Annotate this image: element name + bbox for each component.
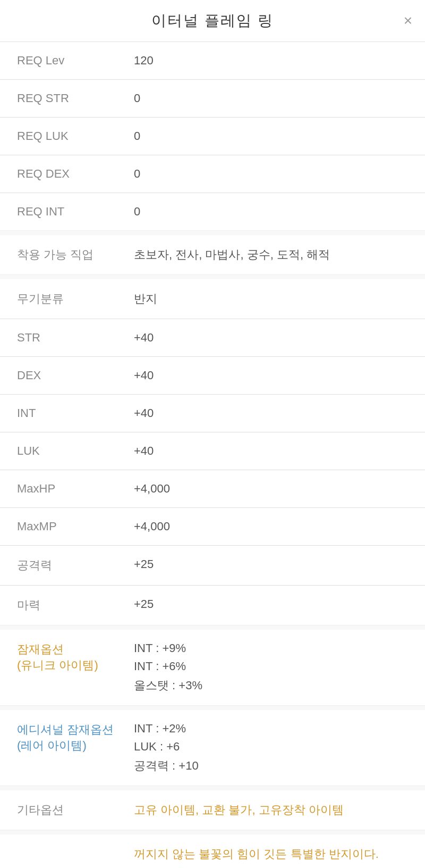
value-dex: +40 [134,369,408,382]
label-magic: 마력 [17,597,134,613]
value-additional-potential: INT : +2% LUK : +6 공격력 : +10 [134,722,408,774]
row-req-luk: REQ LUK 0 [0,118,425,155]
value-attack: +25 [134,557,408,571]
value-weapon-type: 반지 [134,291,408,307]
label-req-lev: REQ Lev [17,54,134,68]
row-int: INT +40 [0,395,425,432]
modal-title: 이터널 플레임 링 [151,11,274,31]
value-str: +40 [134,331,408,345]
row-maxmp: MaxMP +4,000 [0,508,425,546]
label-luk: LUK [17,444,134,458]
row-attack: 공격력 +25 [0,546,425,586]
additional-potential-value-1: INT : +2% [134,722,408,736]
row-potential: 잠재옵션 (유니크 아이템) INT : +9% INT : +6% 올스탯 :… [0,630,425,706]
value-req-dex: 0 [134,167,408,181]
label-other-options: 기타옵션 [17,802,134,818]
close-button[interactable]: × [404,13,412,28]
row-req-str: REQ STR 0 [0,80,425,118]
additional-potential-value-3: 공격력 : +10 [134,758,408,774]
row-req-lev: REQ Lev 120 [0,42,425,80]
row-dex: DEX +40 [0,357,425,395]
value-luk: +40 [134,444,408,458]
modal-header: 이터널 플레임 링 × [0,0,425,42]
value-int: +40 [134,406,408,420]
label-weapon-type: 무기분류 [17,291,134,307]
row-req-dex: REQ DEX 0 [0,155,425,193]
value-job: 초보자, 전사, 마법사, 궁수, 도적, 해적 [134,247,408,263]
label-req-dex: REQ DEX [17,167,134,181]
potential-value-1: INT : +9% [134,641,408,655]
label-dex: DEX [17,369,134,382]
modal-container: 이터널 플레임 링 × REQ Lev 120 REQ STR 0 REQ LU… [0,0,425,868]
potential-value-2: INT : +6% [134,660,408,673]
row-maxhp: MaxHP +4,000 [0,470,425,508]
row-job: 착용 가능 직업 초보자, 전사, 마법사, 궁수, 도적, 해적 [0,235,425,275]
value-maxmp: +4,000 [134,520,408,533]
modal-content: REQ Lev 120 REQ STR 0 REQ LUK 0 REQ DEX … [0,42,425,868]
row-additional-potential: 에디셔널 잠재옵션 (레어 아이템) INT : +2% LUK : +6 공격… [0,710,425,786]
value-req-int: 0 [134,205,408,219]
label-additional-potential: 에디셔널 잠재옵션 (레어 아이템) [17,722,134,754]
value-req-luk: 0 [134,129,408,143]
label-req-str: REQ STR [17,91,134,105]
label-maxhp: MaxHP [17,482,134,496]
value-description: 꺼지지 않는 불꽃의 힘이 깃든 특별한 반지이다. [134,846,408,862]
row-req-int: REQ INT 0 [0,193,425,231]
value-req-lev: 120 [134,54,408,68]
label-req-int: REQ INT [17,205,134,219]
row-luk: LUK +40 [0,432,425,470]
value-req-str: 0 [134,91,408,105]
row-description: 꺼지지 않는 불꽃의 힘이 깃든 특별한 반지이다. [0,834,425,868]
value-maxhp: +4,000 [134,482,408,496]
label-maxmp: MaxMP [17,520,134,533]
label-str: STR [17,331,134,345]
label-int: INT [17,406,134,420]
value-other-options: 고유 아이템, 교환 불가, 고유장착 아이템 [134,802,408,818]
label-attack: 공격력 [17,557,134,573]
label-job: 착용 가능 직업 [17,247,134,263]
potential-value-3: 올스탯 : +3% [134,678,408,694]
additional-potential-value-2: LUK : +6 [134,740,408,754]
label-req-luk: REQ LUK [17,129,134,143]
value-magic: +25 [134,597,408,611]
label-potential: 잠재옵션 (유니크 아이템) [17,641,134,673]
value-potential: INT : +9% INT : +6% 올스탯 : +3% [134,641,408,694]
row-weapon-type: 무기분류 반지 [0,279,425,319]
row-str: STR +40 [0,319,425,357]
row-magic: 마력 +25 [0,586,425,625]
row-other-options: 기타옵션 고유 아이템, 교환 불가, 고유장착 아이템 [0,790,425,830]
